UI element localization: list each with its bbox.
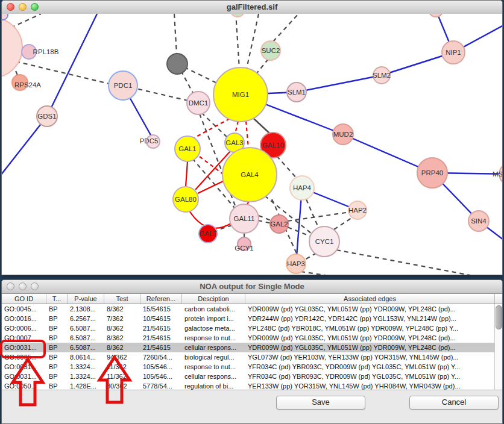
network-edge[interactable] (288, 212, 350, 221)
network-node[interactable] (167, 54, 187, 74)
network-node-slm1[interactable]: SLM1 (287, 83, 306, 102)
network-node-cyc1[interactable]: CYC1 (309, 226, 339, 257)
network-edge[interactable] (273, 14, 298, 42)
network-node-slm2[interactable]: SLM2 (373, 67, 391, 84)
table-row[interactable]: GO:0016...BP6.2567...7/36210/54615protei… (2, 314, 496, 323)
cell-ref: 10/54615 (140, 314, 182, 323)
cell-t: BP (46, 333, 68, 343)
network-node-sin4[interactable]: SIN4 (468, 211, 489, 231)
network-window: galFiltered.sif RPL18BRPS24AGDS1PDC1DMC1… (1, 0, 503, 275)
network-node-gcy1[interactable]: GCY1 (235, 237, 253, 252)
network-node[interactable] (2, 14, 8, 20)
network-edge[interactable] (256, 59, 268, 75)
network-node-rps24a[interactable]: RPS24A (12, 75, 41, 90)
network-node-pdc5[interactable]: PDC5 (140, 135, 160, 148)
network-edge[interactable] (306, 199, 319, 229)
cell-test: 94/362 (104, 352, 140, 362)
column-header-desc[interactable]: Desciption (182, 294, 245, 304)
network-node-hap3[interactable]: HAP3 (286, 254, 306, 273)
network-edge[interactable] (236, 14, 239, 69)
network-node-gal11[interactable]: GAL11 (230, 204, 259, 233)
network-edge[interactable] (254, 119, 271, 135)
network-edge[interactable] (277, 156, 297, 179)
node-label: SLM2 (373, 72, 391, 79)
network-node-hap4[interactable]: HAP4 (290, 176, 314, 200)
node-label: GAL3 (225, 139, 243, 146)
network-edge[interactable] (2, 116, 47, 175)
column-header-go[interactable]: GO ID (2, 294, 46, 304)
network-edge[interactable] (247, 14, 259, 69)
node-label: NIP1 (446, 49, 461, 56)
cell-p: 6.5087... (68, 343, 104, 352)
network-node-gal80[interactable]: GAL80 (173, 187, 198, 212)
cell-p: 2.1308... (68, 304, 104, 314)
node-label: PDC1 (114, 82, 133, 89)
cell-desc: protein import i... (182, 314, 245, 323)
cell-ref: 21/54615 (140, 343, 182, 352)
scrollbar-thumb[interactable] (496, 305, 502, 329)
table-row[interactable]: GO:0006...BP6.5087...8/36221/54615galact… (2, 323, 496, 333)
column-header-ref[interactable]: Referen... (140, 294, 182, 304)
column-header-t[interactable]: T... (46, 294, 68, 304)
node-label: PDC5 (140, 137, 159, 145)
network-edge[interactable] (47, 14, 97, 116)
network-edge[interactable] (301, 272, 334, 275)
network-node-suc2[interactable]: SUC2 (261, 41, 280, 60)
network-node-nip1[interactable]: NIP1 (442, 41, 465, 64)
network-node[interactable] (429, 14, 443, 17)
network-node[interactable] (2, 17, 22, 78)
network-edge[interactable] (336, 250, 477, 275)
network-node-prp40[interactable]: PRP40 (417, 158, 447, 188)
network-edge[interactable] (246, 121, 248, 148)
cell-p: 8.0614... (68, 352, 104, 362)
network-window-titlebar[interactable]: galFiltered.sif (2, 1, 502, 14)
network-node-gds1[interactable]: GDS1 (37, 106, 57, 126)
network-graph[interactable]: RPL18BRPS24AGDS1PDC1DMC1MIG1SUC2SLM1SLM2… (2, 14, 502, 275)
network-node-gal7[interactable]: GAL7 (199, 225, 217, 243)
column-header-test[interactable]: Test (104, 294, 140, 304)
network-edge[interactable] (297, 75, 382, 92)
network-node-gal2[interactable]: GAL2 (270, 215, 288, 233)
network-edge[interactable] (186, 161, 187, 187)
network-edge[interactable] (11, 14, 41, 28)
button-bar: Save Cancel (2, 390, 502, 423)
network-node[interactable] (230, 14, 245, 17)
cell-p: 1.3324... (68, 372, 104, 381)
network-node-gal4[interactable]: GAL4 (222, 148, 277, 202)
table-row[interactable]: GO:0031...BP1.3324...11/362105/546...res… (2, 362, 496, 372)
node-label: GAL10 (262, 142, 284, 149)
network-node-pdc1[interactable]: PDC1 (109, 71, 137, 100)
noa-window-titlebar[interactable]: NOA output for Single Mode (2, 280, 502, 294)
network-node-msl1[interactable]: MSL1 (493, 163, 502, 185)
network-node-gal1[interactable]: GAL1 (175, 136, 200, 161)
column-header-edges[interactable]: Associated edges (245, 294, 495, 304)
vertical-scrollbar[interactable] (494, 304, 502, 391)
node-label: GAL80 (175, 196, 197, 203)
network-node-dmc1[interactable]: DMC1 (187, 92, 210, 114)
table-row[interactable]: GO:0031...BP6.5087...8/36221/54615cellul… (2, 343, 496, 352)
cell-edges: YGL073W (pd) YER103W, YER133W (pp) YOR31… (245, 352, 496, 362)
node-label: GCY1 (235, 245, 253, 252)
network-edge[interactable] (193, 119, 230, 139)
column-header-p[interactable]: P-value (68, 294, 104, 304)
noa-output-window: NOA output for Single Mode GO IDT...P-va… (1, 279, 503, 424)
network-node-mud2[interactable]: MUD2 (333, 124, 353, 145)
network-node-hap2[interactable]: HAP2 (348, 201, 367, 219)
table-row[interactable]: GO:0031...BP1.3324...11/362105/546...cel… (2, 372, 496, 381)
network-edge[interactable] (334, 217, 353, 229)
network-edge[interactable] (16, 61, 109, 84)
save-button[interactable]: Save (276, 396, 365, 410)
table-row[interactable]: GO:0045...BP2.1308...8/36215/54615carbon… (2, 304, 496, 314)
network-canvas[interactable]: RPL18BRPS24AGDS1PDC1DMC1MIG1SUC2SLM1SLM2… (2, 14, 502, 275)
node-label: MIG1 (232, 91, 249, 98)
network-edge[interactable] (200, 157, 225, 176)
node-label: HAP4 (293, 184, 312, 192)
network-node-rpl18b[interactable]: RPL18B (22, 45, 59, 59)
table-row[interactable]: GO:0007...BP6.5087...8/36221/54615respon… (2, 333, 496, 343)
network-edge[interactable] (235, 121, 238, 134)
table-row[interactable]: GO:0065...BP8.0614...94/3627260/54...bio… (2, 352, 496, 362)
cancel-button[interactable]: Cancel (409, 396, 499, 410)
network-edge[interactable] (304, 253, 317, 260)
network-node-mig1[interactable]: MIG1 (213, 67, 268, 122)
node-label: MSL1 (493, 170, 502, 178)
